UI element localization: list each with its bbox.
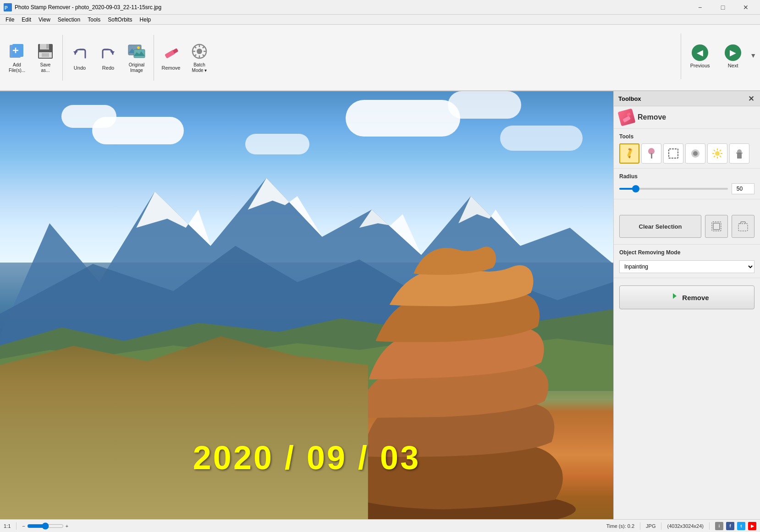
remove-tool-label: Remove (638, 113, 666, 121)
mode-select[interactable]: Inpainting Content-Aware Fill Smart Fill (619, 260, 754, 273)
remove-toolbar-label: Remove (162, 65, 181, 71)
status-sep-3 (661, 522, 661, 530)
undo-button[interactable]: Undo (66, 28, 93, 88)
remove-action-button[interactable]: Remove (619, 285, 754, 309)
svg-line-57 (714, 156, 715, 157)
social-icons: i f t ▶ (715, 522, 756, 530)
toolbar-sep-1 (62, 35, 63, 81)
tools-row (619, 143, 754, 164)
menu-edit[interactable]: Edit (18, 16, 35, 24)
svg-point-15 (137, 46, 140, 49)
svg-line-27 (203, 55, 204, 56)
tools-section: Tools (614, 129, 760, 169)
expand-icon: ▼ (750, 52, 756, 59)
photo-container: 2020 / 09 / 03 (0, 91, 613, 519)
status-bar: 1:1 − + Time (s): 0.2 JPG (4032x3024x24)… (0, 519, 760, 532)
batch-mode-button[interactable]: BatchMode ▾ (186, 28, 213, 88)
cloud-3 (346, 100, 460, 137)
radius-input[interactable] (732, 183, 754, 194)
object-removing-mode-label: Object Removing Mode (619, 249, 754, 256)
youtube-icon[interactable]: ▶ (748, 522, 756, 530)
svg-rect-46 (669, 149, 678, 158)
title-bar: P Photo Stamp Remover - photo_2020-09-03… (0, 0, 760, 15)
menu-softorbits[interactable]: SoftOrbits (104, 16, 136, 24)
zoom-out-icon[interactable]: − (22, 523, 25, 529)
save-selection-button[interactable] (705, 215, 728, 238)
status-sep-4 (709, 522, 710, 530)
svg-marker-64 (666, 293, 677, 299)
remove-toolbar-icon (162, 45, 180, 63)
svg-line-28 (203, 46, 204, 48)
cloud-4 (448, 91, 521, 119)
zoom-in-icon[interactable]: + (66, 523, 68, 529)
close-button[interactable]: ✕ (735, 0, 756, 15)
svg-point-53 (715, 151, 720, 156)
zoom-slider[interactable] (27, 523, 64, 529)
load-selection-button[interactable] (732, 215, 754, 238)
svg-rect-45 (651, 153, 652, 159)
zoom-ratio: 1:1 (4, 523, 11, 529)
minimize-button[interactable]: − (689, 0, 710, 15)
original-image-button[interactable]: OriginalImage (123, 28, 150, 88)
stamp-tool-button[interactable] (729, 143, 749, 164)
toolbox-close-button[interactable]: ✕ (746, 94, 755, 103)
menu-help[interactable]: Help (136, 16, 155, 24)
clear-selection-button[interactable]: Clear Selection (619, 215, 701, 238)
redo-label: Redo (102, 65, 114, 71)
nav-sep (681, 33, 681, 79)
menu-selection[interactable]: Selection (54, 16, 84, 24)
svg-line-55 (720, 156, 721, 157)
slider-track (619, 188, 728, 190)
facebook-icon[interactable]: f (726, 522, 734, 530)
magic-wand-gray-button[interactable] (685, 143, 705, 164)
svg-rect-8 (46, 44, 49, 49)
svg-rect-59 (737, 153, 742, 159)
object-removing-mode-section: Object Removing Mode Inpainting Content-… (614, 245, 760, 278)
svg-rect-62 (713, 223, 720, 230)
previous-button[interactable]: ◀ Previous (684, 29, 716, 84)
canvas-area[interactable]: 2020 / 09 / 03 (0, 91, 613, 519)
tools-section-title: Tools (619, 133, 754, 140)
main-area: 2020 / 09 / 03 Toolbox ✕ Remove Tools (0, 91, 760, 519)
status-sep-2 (640, 522, 640, 530)
next-icon: ▶ (725, 44, 741, 61)
slider-thumb[interactable] (632, 185, 639, 192)
redo-button[interactable]: Redo (95, 28, 121, 88)
cloud-2 (61, 105, 116, 128)
svg-line-29 (194, 55, 196, 56)
add-file-icon (8, 42, 26, 60)
save-as-label: Saveas... (40, 62, 51, 73)
magic-wand-button[interactable] (707, 143, 727, 164)
selection-buttons: Clear Selection (619, 215, 754, 238)
toolbox-header: Toolbox ✕ (614, 91, 760, 106)
menu-file[interactable]: File (2, 16, 18, 24)
batch-mode-label: BatchMode ▾ (192, 62, 207, 73)
menu-tools[interactable]: Tools (84, 16, 104, 24)
window-title: Photo Stamp Remover - photo_2020-09-03_2… (15, 4, 689, 11)
brush-tool-button[interactable] (641, 143, 661, 164)
selection-buttons-section: Clear Selection (614, 205, 760, 245)
menu-bar: File Edit View Selection Tools SoftOrbit… (0, 15, 760, 25)
info-icon[interactable]: i (715, 522, 723, 530)
batch-mode-icon (190, 42, 209, 60)
remove-toolbar-button[interactable]: Remove (158, 28, 184, 88)
redo-icon (99, 45, 117, 63)
add-file-button[interactable]: AddFile(s)... (4, 28, 30, 88)
svg-rect-16 (134, 49, 145, 58)
status-right: Time (s): 0.2 JPG (4032x3024x24) i f t ▶ (606, 522, 756, 530)
next-label: Next (728, 63, 738, 68)
svg-point-48 (693, 151, 698, 156)
toolbar-sep-2 (154, 35, 154, 81)
maximize-button[interactable]: □ (712, 0, 733, 15)
next-button[interactable]: ▶ Next (717, 29, 749, 84)
svg-text:P: P (5, 5, 8, 11)
menu-view[interactable]: View (35, 16, 54, 24)
pencil-tool-button[interactable] (619, 143, 639, 164)
twitter-icon[interactable]: t (737, 522, 745, 530)
svg-line-54 (714, 150, 715, 151)
rect-select-button[interactable] (663, 143, 683, 164)
save-as-button[interactable]: Saveas... (32, 28, 59, 88)
previous-icon: ◀ (692, 44, 708, 61)
dimensions-label: (4032x3024x24) (667, 523, 704, 529)
cloud-6 (245, 134, 309, 154)
